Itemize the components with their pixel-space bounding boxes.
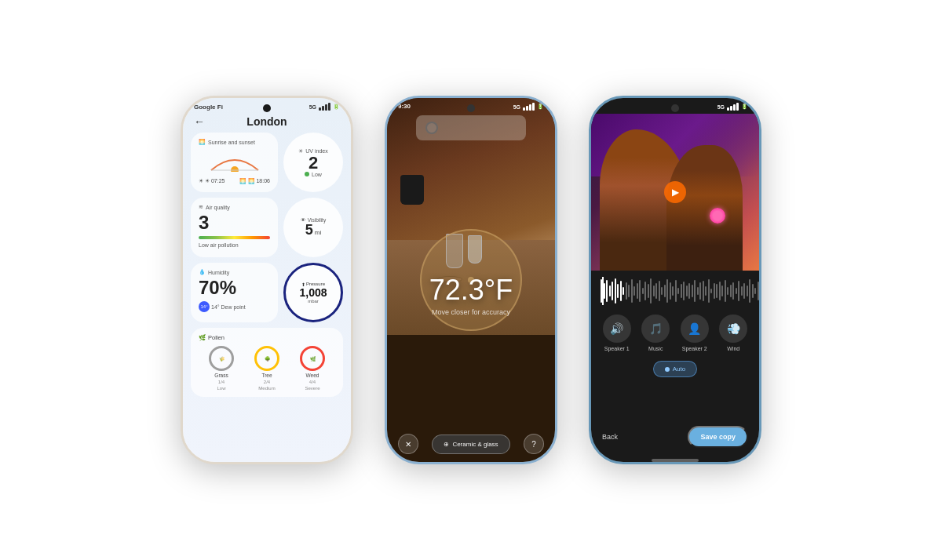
air-description: Low air pollution (199, 242, 270, 248)
camera-dot-2 (467, 104, 475, 112)
sound-wind[interactable]: 💨 Wind (719, 315, 747, 351)
material-button[interactable]: ⊕ Ceramic & glass (432, 435, 509, 454)
waveform (591, 271, 759, 308)
statusbar-right: 5G 🔋 (309, 103, 340, 111)
person-right (666, 145, 742, 271)
air-label: ≋ Air quality (199, 204, 270, 210)
camera-dot-3 (671, 104, 679, 112)
speaker2-label: Speaker 2 (682, 346, 707, 351)
phone-editor: 5G 🔋 ▶ (589, 96, 761, 464)
speaker1-icon: 🔊 (603, 315, 631, 343)
temp-screen: 9:30 5G 🔋 72.3°F Move closer for accurac (387, 98, 555, 462)
temp-time: 9:30 (398, 103, 411, 111)
music-icon: 🎵 (641, 315, 670, 343)
pressure-card: ⬆ Pressure 1,008 mbar (283, 263, 343, 322)
waveform-cursor (602, 277, 604, 305)
sound-categories: 🔊 Speaker 1 🎵 Music 👤 Speaker 2 💨 Wind (591, 308, 759, 355)
editor-network: 5G (717, 104, 725, 110)
sound-speaker2[interactable]: 👤 Speaker 2 (681, 315, 709, 351)
row-sunrise-uv: 🌅 Sunrise and sunset ☀ ☀ 07:25 🌅 🌅 18:06 (191, 133, 343, 192)
pollen-circles: 🌾 Grass 1/4 Low 🌳 Tree 2/4 (199, 346, 335, 391)
visibility-value: 5 (305, 223, 313, 238)
pollen-ring-grass: 🌾 (209, 346, 234, 371)
help-button[interactable]: ? (524, 434, 544, 454)
pressure-value: 1,008 (299, 287, 327, 299)
humidity-label: 💧 Humidity (199, 269, 270, 275)
pollen-card: 🌿 Pollen 🌾 Grass 1/4 Low (191, 328, 343, 397)
air-quality-card: ≋ Air quality 3 Low air pollution (191, 198, 278, 257)
visibility-unit: mi (315, 229, 321, 236)
auto-pill[interactable]: Auto (653, 361, 697, 377)
phone-weather: Google Fi 5G 🔋 ← London (181, 96, 353, 464)
sound-speaker1[interactable]: 🔊 Speaker 1 (603, 315, 631, 351)
sound-music[interactable]: 🎵 Music (641, 315, 670, 351)
pollen-title: 🌿 Pollen (199, 334, 335, 341)
uv-card: ☀ UV index 2 Low (283, 133, 343, 192)
page-title: London (246, 115, 287, 128)
carrier-label: Google Fi (194, 104, 223, 111)
dew-point: 14° 14° Dew point (199, 301, 270, 312)
network-label: 5G (309, 104, 316, 110)
temp-statusbar-right: 5G 🔋 (513, 103, 544, 111)
signal-icon-2 (523, 103, 535, 111)
cancel-button[interactable]: ✕ (398, 434, 418, 454)
auto-dot (665, 367, 670, 372)
visibility-label: 👁 Visibility (301, 217, 326, 223)
back-button[interactable]: ← (194, 115, 205, 128)
air-value: 3 (199, 213, 270, 233)
vf-circle (425, 122, 438, 134)
temp-bottom-bar: ✕ ⊕ Ceramic & glass ? (398, 434, 544, 454)
weather-content: 🌅 Sunrise and sunset ☀ ☀ 07:25 🌅 🌅 18:06 (183, 133, 351, 402)
pollen-tree: 🌳 Tree 2/4 Medium (254, 346, 279, 391)
pressure-unit: mbar (308, 299, 319, 304)
weather-screen: Google Fi 5G 🔋 ← London (183, 98, 351, 462)
music-label: Music (648, 346, 663, 351)
signal-icon (319, 103, 330, 111)
sunrise-label: 🌅 Sunrise and sunset (199, 139, 270, 145)
sunrise-arc (199, 148, 270, 175)
phone-temperature: 9:30 5G 🔋 72.3°F Move closer for accurac (385, 96, 557, 464)
humidity-value: 70% (199, 278, 270, 298)
uv-value: 2 (309, 155, 318, 172)
uv-level: Low (305, 172, 322, 177)
svg-point-0 (231, 166, 239, 172)
row-humidity-pressure: 💧 Humidity 70% 14° 14° Dew point ⬆ Press… (191, 263, 343, 322)
sunrise-times: ☀ ☀ 07:25 🌅 🌅 18:06 (199, 178, 270, 184)
battery-icon-2: 🔋 (537, 104, 544, 110)
pollen-weed: 🌿 Weed 4/4 Severe (300, 346, 325, 391)
wind-label: Wind (727, 346, 739, 351)
row-pollen: 🌿 Pollen 🌾 Grass 1/4 Low (191, 328, 343, 397)
waveform-bars (601, 277, 750, 305)
auto-label: Auto (673, 365, 685, 373)
temp-network: 5G (513, 104, 520, 110)
battery-icon-3: 🔋 (741, 104, 748, 110)
back-button-editor[interactable]: Back (602, 433, 618, 441)
viewfinder (416, 115, 526, 140)
editor-screen: 5G 🔋 ▶ (591, 98, 759, 462)
weather-header: ← London (183, 114, 351, 133)
sounds-row: 🔊 Speaker 1 🎵 Music 👤 Speaker 2 💨 Wind (597, 315, 753, 351)
visibility-card: 👁 Visibility 5 mi (283, 198, 343, 257)
camera-dot (263, 104, 271, 112)
play-button[interactable]: ▶ (664, 181, 686, 203)
humidity-card: 💧 Humidity 70% 14° 14° Dew point (191, 263, 278, 322)
temp-controls: ✕ ⊕ Ceramic & glass ? (387, 426, 555, 462)
home-bar (652, 459, 699, 462)
save-copy-button[interactable]: Save copy (688, 426, 748, 448)
temperature-reading: 72.3°F Move closer for accuracy (387, 274, 555, 316)
battery-icon: 🔋 (333, 104, 340, 110)
editor-bottom-bar: Back Save copy (591, 420, 759, 459)
air-bar (199, 236, 270, 239)
editor-statusbar-right: 5G 🔋 (717, 103, 748, 111)
temperature-value: 72.3°F (387, 274, 555, 307)
wind-icon: 💨 (719, 315, 747, 343)
video-thumbnail[interactable]: ▶ (591, 114, 759, 271)
pollen-grass: 🌾 Grass 1/4 Low (209, 346, 234, 391)
cup-black (400, 175, 424, 205)
pollen-ring-weed: 🌿 (300, 346, 325, 371)
sunrise-card: 🌅 Sunrise and sunset ☀ ☀ 07:25 🌅 🌅 18:06 (191, 133, 278, 192)
row-air-visibility: ≋ Air quality 3 Low air pollution 👁 Visi… (191, 198, 343, 257)
temperature-subtitle: Move closer for accuracy (387, 308, 555, 316)
speaker1-label: Speaker 1 (604, 346, 630, 351)
speaker2-icon: 👤 (681, 315, 709, 343)
